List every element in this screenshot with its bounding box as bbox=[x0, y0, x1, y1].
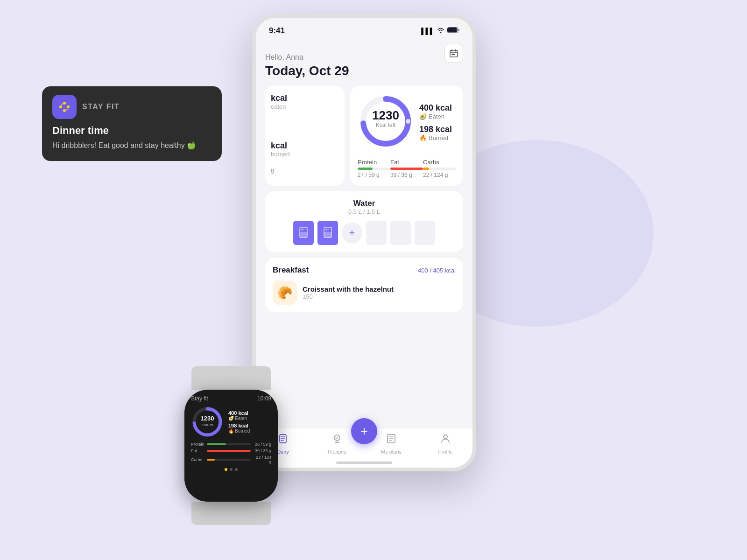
watch-protein-value: 26 / 59 g bbox=[254, 442, 271, 447]
meal-weight: 150 bbox=[303, 293, 394, 300]
watch-eaten-value: 400 kcal bbox=[228, 410, 250, 416]
watch-kcal-info: 400 kcal 🥑 Eaten 198 kcal 🔥 Burned bbox=[228, 410, 250, 434]
profile-label: Profile bbox=[438, 449, 452, 455]
greeting-text: Hello, Anna bbox=[265, 46, 349, 62]
water-cup-empty-1 bbox=[366, 221, 387, 245]
app-icon bbox=[52, 95, 77, 119]
calendar-button[interactable] bbox=[444, 44, 463, 63]
avocado-icon: 🥑 bbox=[419, 113, 427, 120]
watch-frame: Stay fit 10:09 1230 Kcal left 400 kcal 🥑… bbox=[177, 366, 285, 499]
protein-values: 27 / 59 g bbox=[358, 172, 390, 178]
eaten-meta: 🥑 Eaten bbox=[419, 113, 452, 120]
fat-macro: Fat 39 / 36 g bbox=[390, 159, 423, 178]
phone-frame: 9:41 ▌▌▌ Hello, Ann bbox=[252, 14, 476, 471]
protein-label: Protein bbox=[358, 159, 390, 166]
recipes-label: Recipes bbox=[328, 449, 346, 455]
svg-point-14 bbox=[406, 119, 410, 124]
carbs-bar-fill bbox=[423, 168, 429, 170]
eaten-value: 400 kcal bbox=[419, 103, 452, 113]
svg-point-19 bbox=[302, 229, 303, 231]
water-cup-filled-1[interactable] bbox=[293, 221, 314, 245]
svg-point-4 bbox=[61, 104, 63, 105]
water-card: Water 0,5 L / 1,5 L bbox=[265, 191, 463, 252]
svg-rect-7 bbox=[448, 28, 457, 33]
profile-icon bbox=[440, 433, 451, 447]
burned-label: burned bbox=[271, 151, 339, 158]
watch-dot-1 bbox=[225, 468, 227, 471]
watch-protein-row: Protein 26 / 59 g bbox=[191, 442, 271, 447]
breakfast-title: Breakfast bbox=[273, 266, 309, 275]
calories-left-card: kcal eaten kcal burned g bbox=[265, 86, 345, 186]
notification-title: Dinner time bbox=[52, 125, 211, 137]
calories-right-card: 1230 Kcal left 400 kcal 🥑 Eaten bbox=[350, 86, 463, 186]
water-cups: + bbox=[273, 221, 456, 245]
phone-header: Hello, Anna Today, Oct 29 bbox=[265, 38, 463, 86]
watch-calorie-ring: 1230 Kcal left bbox=[191, 406, 224, 438]
svg-text:1230: 1230 bbox=[372, 108, 399, 122]
svg-text:Kcal left: Kcal left bbox=[376, 122, 396, 128]
svg-point-20 bbox=[303, 229, 304, 230]
watch-protein-label: Protein bbox=[191, 442, 204, 447]
svg-rect-10 bbox=[451, 54, 453, 55]
protein-macro: Protein 27 / 59 g bbox=[358, 159, 390, 178]
add-food-button[interactable]: + bbox=[351, 418, 377, 444]
carbs-label: Carbs bbox=[423, 159, 456, 166]
water-cup-filled-2[interactable] bbox=[317, 221, 338, 245]
eaten-kcal-value: kcal bbox=[271, 93, 339, 103]
signal-icon: ▌▌▌ bbox=[421, 28, 434, 35]
calorie-ring: 1230 Kcal left bbox=[358, 93, 414, 151]
notification-card: STAY FIT Dinner time Hi dribbblers! Eat … bbox=[42, 86, 222, 161]
water-cup-empty-2 bbox=[390, 221, 411, 245]
svg-point-2 bbox=[59, 105, 62, 108]
svg-rect-22 bbox=[324, 232, 331, 238]
status-time: 9:41 bbox=[269, 26, 285, 35]
meal-name: Croissant with the hazelnut bbox=[303, 285, 394, 293]
breakfast-card: Breakfast 400 / 405 kcal 🥐 Croissant wit… bbox=[265, 258, 463, 312]
watch-fat-row: Fat 39 / 36 g bbox=[191, 448, 271, 453]
protein-partial: g bbox=[271, 167, 339, 174]
svg-rect-8 bbox=[458, 29, 459, 31]
water-cup-empty-3 bbox=[415, 221, 435, 245]
add-water-button[interactable]: + bbox=[342, 223, 362, 243]
protein-bar-fill bbox=[358, 168, 373, 170]
recipes-icon bbox=[331, 433, 343, 447]
watch-avocado-icon: 🥑 bbox=[228, 416, 234, 421]
svg-point-23 bbox=[326, 229, 327, 231]
battery-icon bbox=[447, 27, 459, 35]
watch-carbs-row: Carbs 22 / 124 g bbox=[191, 455, 271, 464]
meal-icon: 🥐 bbox=[273, 280, 297, 305]
meal-item: 🥐 Croissant with the hazelnut 150 bbox=[273, 280, 456, 305]
watch-dot-2 bbox=[230, 468, 233, 471]
fat-label: Fat bbox=[390, 159, 423, 166]
status-bar: 9:41 ▌▌▌ bbox=[256, 18, 472, 38]
svg-point-5 bbox=[66, 109, 68, 111]
carbs-values: 22 / 124 g bbox=[423, 172, 456, 178]
svg-text:Kcal left: Kcal left bbox=[202, 423, 213, 427]
svg-point-24 bbox=[328, 229, 329, 230]
water-amount: 0,5 L / 1,5 L bbox=[273, 208, 456, 215]
watch-body: Stay fit 10:09 1230 Kcal left 400 kcal 🥑… bbox=[184, 390, 278, 502]
breakfast-kcal: 400 / 405 kcal bbox=[418, 267, 456, 274]
fire-icon: 🔥 bbox=[419, 134, 427, 141]
carbs-macro: Carbs 22 / 124 g bbox=[423, 159, 456, 178]
water-title: Water bbox=[273, 199, 456, 208]
watch-eaten-meta: 🥑 Eaten bbox=[228, 416, 250, 421]
svg-rect-18 bbox=[300, 232, 307, 238]
watch-fire-icon: 🔥 bbox=[228, 428, 234, 434]
watch-band-bottom bbox=[191, 502, 271, 525]
watch-burned-meta: 🔥 Burned bbox=[228, 428, 250, 434]
watch-carbs-label: Carbs bbox=[191, 457, 204, 462]
my-plans-icon bbox=[386, 433, 397, 447]
watch-circle-area: 1230 Kcal left 400 kcal 🥑 Eaten 198 kcal bbox=[191, 406, 271, 438]
nav-profile[interactable]: Profile bbox=[418, 433, 472, 455]
breakfast-header: Breakfast 400 / 405 kcal bbox=[273, 266, 456, 275]
burned-kcal-value: kcal bbox=[271, 141, 339, 151]
status-icons: ▌▌▌ bbox=[421, 27, 459, 35]
kcal-info: 400 kcal 🥑 Eaten 198 kcal 🔥 Burned bbox=[419, 103, 452, 141]
watch-header: Stay fit 10:09 bbox=[191, 395, 271, 402]
watch-dot-3 bbox=[235, 468, 238, 471]
watch-fat-value: 39 / 36 g bbox=[254, 448, 271, 453]
svg-point-28 bbox=[444, 435, 447, 439]
home-indicator bbox=[336, 462, 392, 464]
phone-content: Hello, Anna Today, Oct 29 kcal eaten bbox=[256, 38, 472, 468]
